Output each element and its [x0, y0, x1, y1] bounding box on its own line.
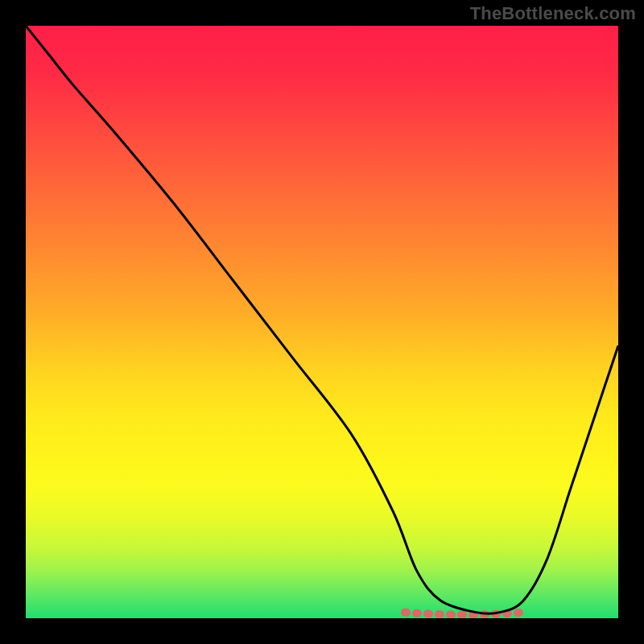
- chart-frame: TheBottleneck.com: [0, 0, 644, 644]
- curve-svg: [26, 26, 618, 618]
- valley-highlight: [405, 613, 523, 615]
- bottleneck-curve-line: [26, 26, 618, 613]
- watermark-text: TheBottleneck.com: [470, 3, 636, 24]
- plot-area: [26, 26, 618, 618]
